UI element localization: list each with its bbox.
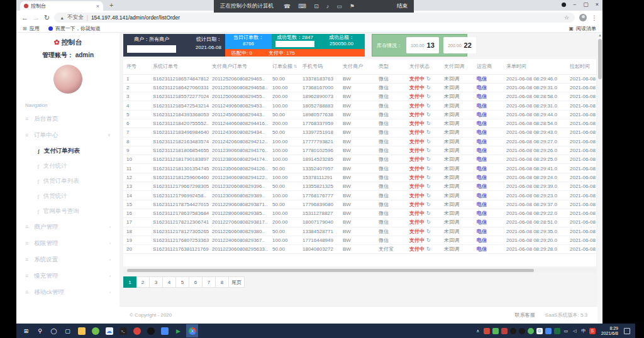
table-row[interactable]: 12S1623112181259606460420112340608082941… — [123, 173, 596, 182]
operator-link[interactable]: 电信 — [477, 76, 487, 82]
refresh-icon[interactable]: ↻ — [426, 166, 431, 172]
notification-center-icon[interactable] — [624, 328, 630, 334]
table-row[interactable]: 1S1623112186574847812201125206080829465.… — [123, 74, 596, 83]
table-row[interactable]: 7S1623112183496984640201124306080829434.… — [123, 128, 596, 137]
tray-sogou-icon[interactable]: S — [589, 328, 596, 334]
sidebar-item-recharge[interactable]: ≡慢充管理› — [16, 268, 119, 284]
sogou-browser-icon[interactable] — [131, 324, 143, 337]
sidebar-item-orders[interactable]: ≡订单中心∨ — [16, 127, 119, 143]
success-count-input[interactable] — [275, 41, 314, 47]
table-row[interactable]: 2S16231121864270603312011251060808294658… — [123, 83, 596, 92]
table-row[interactable]: 20S1623112176381121769720112230608082956… — [123, 245, 596, 254]
tray-app-green2-icon[interactable] — [528, 328, 534, 334]
search-icon[interactable]: ⚲ — [34, 324, 46, 337]
refresh-icon[interactable]: ↻ — [426, 121, 431, 126]
refresh-icon[interactable]: ↻ — [426, 148, 431, 153]
new-tab-button[interactable]: + — [109, 1, 113, 9]
table-row[interactable]: 14S16231121796992458..201123006080829389… — [123, 191, 596, 200]
operator-link[interactable]: 电信 — [477, 237, 487, 243]
horizontal-scrollbar[interactable] — [123, 268, 596, 273]
meeting-icon[interactable] — [158, 324, 170, 337]
taskbar-clock[interactable]: 8:29 2021/6/8 — [601, 326, 618, 336]
bookmark-item[interactable]: 百度一下，你就知道 — [48, 25, 101, 32]
refresh-icon[interactable]: ↻ — [426, 156, 431, 162]
sidebar-item-mobile-ck[interactable]: ≡移动ck管理› — [16, 284, 119, 300]
terminal-icon[interactable]: >_ — [117, 324, 129, 337]
tray-excel-icon[interactable] — [554, 328, 560, 334]
operator-link[interactable]: 电信 — [477, 139, 487, 144]
refresh-icon[interactable]: ↻ — [426, 129, 431, 135]
tray-expand-icon[interactable]: ∧ — [475, 328, 481, 334]
table-row[interactable]: 4S16231121854725432146201124906080829453… — [123, 101, 596, 110]
tab-close-icon[interactable]: × — [96, 3, 99, 9]
page-button[interactable]: 5 — [176, 276, 189, 288]
table-row[interactable]: 10S1623112181790183897320112380608082941… — [123, 155, 596, 164]
phone-icon[interactable]: ☎ — [284, 3, 291, 9]
reload-button[interactable]: ↻ — [44, 14, 50, 22]
tray-display-icon[interactable]: ▭ — [563, 328, 569, 334]
refresh-icon[interactable]: ↻ — [426, 193, 431, 199]
operator-link[interactable]: 电信 — [477, 121, 487, 126]
operator-link[interactable]: 电信 — [477, 202, 487, 207]
table-row[interactable]: 18S1623112178127305265220112260608082938… — [123, 227, 596, 236]
refresh-icon[interactable]: ↻ — [426, 237, 431, 243]
tray-app-green-icon[interactable] — [492, 328, 499, 334]
page-button[interactable]: 4 — [163, 276, 176, 288]
url-input[interactable]: ▲ 不安全 | 154.197.48.141/admin/order/listO… — [54, 13, 575, 23]
table-row[interactable]: 9S16231121818068546557201123906080829417… — [123, 146, 596, 155]
table-row[interactable]: 17S1623112178212306741201122706080829381… — [123, 218, 596, 227]
refresh-icon[interactable]: ↻ — [426, 202, 431, 207]
operator-link[interactable]: 电信 — [477, 210, 487, 216]
refresh-icon[interactable]: ↻ — [426, 175, 431, 180]
sidebar-item-system[interactable]: ≡系统设置› — [16, 251, 119, 268]
operator-link[interactable]: 电信 — [477, 166, 487, 172]
table-row[interactable]: 3S16231121855722770241201125006080829455… — [123, 92, 596, 101]
apps-shortcut[interactable]: ⊞ 应用 — [23, 25, 40, 32]
reading-list-button[interactable]: ▣ 阅读清单 — [569, 25, 596, 32]
back-button[interactable]: ← — [21, 14, 28, 21]
operator-link[interactable]: 电信 — [477, 229, 487, 234]
app-store-icon[interactable]: ▶ — [172, 324, 184, 337]
merchant-filter-input[interactable] — [127, 45, 176, 53]
file-explorer-icon[interactable] — [75, 324, 87, 337]
tray-ime-icon[interactable]: 中 — [580, 328, 587, 334]
sound-icon[interactable]: ♪ — [326, 3, 330, 9]
minimize-button[interactable]: − — [573, 1, 576, 8]
table-row[interactable]: 15S1623112178754427015120112290608082938… — [123, 200, 596, 209]
sidebar-subitem[interactable]: ʃ支付统计 — [16, 158, 119, 173]
tray-qq2-icon[interactable] — [519, 328, 525, 334]
bookmark-star-icon[interactable]: ☆ — [564, 14, 569, 21]
contact-support-link[interactable]: 联系客服 — [515, 312, 535, 319]
table-row[interactable]: 19S1623112176807253363720112240608082936… — [123, 236, 596, 244]
sidebar-subitem[interactable]: ʃ供货订单列表 — [16, 173, 119, 188]
sidebar-subitem[interactable]: ʃ官网单号查询 — [16, 204, 119, 219]
last-page-button[interactable]: 尾页 — [229, 276, 245, 288]
col-header[interactable]: 订单金额⇅ — [269, 59, 299, 74]
close-button[interactable]: × — [596, 1, 599, 8]
table-row[interactable]: 6S162311218420755552..201124406080829441… — [123, 119, 596, 128]
refresh-icon[interactable]: ↻ — [426, 103, 431, 109]
operator-link[interactable]: 电信 — [477, 112, 487, 117]
todesk-icon[interactable]: ☁ — [103, 324, 115, 337]
tray-google-icon[interactable]: G — [536, 328, 543, 334]
refresh-icon[interactable]: ↻ — [426, 139, 431, 144]
sort-icon[interactable]: ⇅ — [294, 64, 297, 68]
start-icon[interactable]: ⊞ — [20, 324, 32, 337]
tray-volume-icon[interactable]: ◁ — [572, 328, 578, 334]
refresh-icon[interactable]: ↻ — [426, 183, 431, 189]
sidebar-item-home[interactable]: ≡后台首页 — [16, 111, 119, 127]
refresh-icon[interactable]: ↻ — [426, 246, 431, 252]
forward-button[interactable]: → — [33, 14, 40, 21]
browser-menu-icon[interactable]: ⋮ — [591, 14, 597, 21]
pin-icon[interactable]: ⚑ — [350, 3, 355, 9]
tray-app-blue-icon[interactable] — [545, 328, 552, 334]
task-view-icon[interactable]: ▢ — [62, 324, 74, 337]
refresh-icon[interactable]: ↻ — [426, 219, 431, 225]
qq-icon[interactable] — [145, 324, 157, 337]
operator-link[interactable]: 电信 — [477, 94, 487, 99]
end-control-button[interactable]: 结束 — [397, 3, 408, 10]
cortana-icon[interactable]: ◯ — [48, 324, 60, 337]
operator-link[interactable]: 电信 — [477, 129, 487, 135]
tray-qq-icon[interactable] — [510, 328, 516, 334]
operator-link[interactable]: 电信 — [477, 193, 487, 199]
